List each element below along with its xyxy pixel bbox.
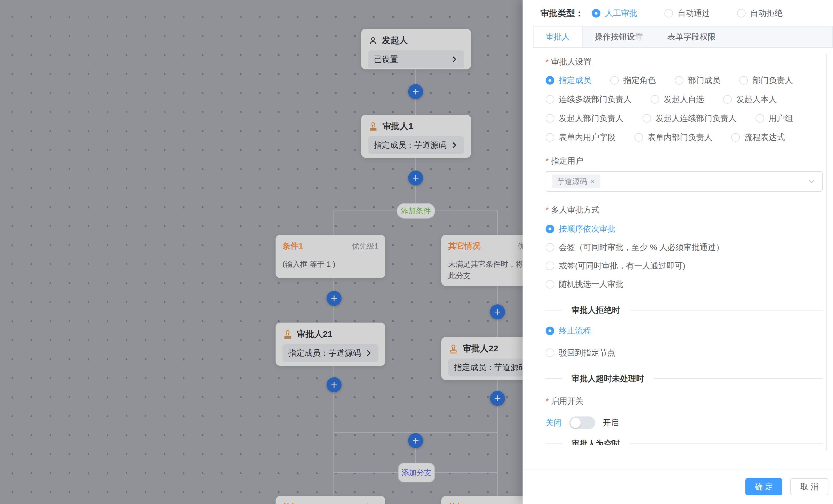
radio-user-group[interactable]: 用户组 (756, 113, 793, 124)
radio-icon (731, 133, 740, 142)
radio-starter-select[interactable]: 发起人自选 (650, 94, 704, 105)
radio-terminate-process[interactable]: 终止流程 (546, 325, 823, 336)
radio-designated-member[interactable]: 指定成员 (546, 75, 591, 86)
radio-icon (664, 9, 673, 18)
approval-type-label: 审批类型： (541, 7, 584, 19)
radio-icon (675, 76, 684, 85)
approval-type-row: 审批类型： 人工审批 自动通过 自动拒绝 (523, 0, 833, 20)
radio-starter-self[interactable]: 发起人本人 (723, 94, 777, 105)
radio-icon (723, 95, 732, 104)
radio-icon (642, 114, 651, 123)
assigned-user-select[interactable]: 芋道源码 × (546, 171, 823, 192)
assigned-user-label: 指定用户 (546, 155, 823, 167)
timeout-switch-row: 关闭 开启 (546, 415, 823, 431)
radio-icon (756, 114, 764, 123)
approver-setting-row4: 表单内用户字段 表单内部门负责人 流程表达式 (546, 132, 823, 143)
confirm-button[interactable]: 确 定 (745, 478, 782, 495)
radio-icon (546, 133, 554, 142)
radio-auto-reject[interactable]: 自动拒绝 (737, 8, 783, 19)
radio-multi-level-dept-leader[interactable]: 连续多级部门负责人 (546, 94, 632, 105)
timeout-section-divider: 审批人超时未处理时 (546, 373, 823, 384)
cancel-button[interactable]: 取 消 (790, 478, 828, 495)
radio-icon (546, 261, 554, 270)
radio-form-dept-leader[interactable]: 表单内部门负责人 (635, 132, 712, 143)
radio-countersign[interactable]: 会签（可同时审批，至少 % 人必须审批通过） (546, 242, 823, 253)
scrollbar-track[interactable] (826, 54, 827, 450)
switch-on-label: 开启 (603, 417, 619, 428)
approver-setting-row2: 连续多级部门负责人 发起人自选 发起人本人 (546, 94, 823, 105)
approver-setting-label: 审批人设置 (546, 56, 823, 68)
switch-off-label: 关闭 (546, 417, 562, 428)
approver-setting-row3: 发起人部门负责人 发起人连续部门负责人 用户组 (546, 113, 823, 124)
radio-designated-role[interactable]: 指定角色 (610, 75, 656, 86)
tab-button-settings[interactable]: 操作按钮设置 (582, 26, 655, 47)
remove-tag-icon[interactable]: × (591, 177, 595, 186)
radio-starter-dept-leader[interactable]: 发起人部门负责人 (546, 113, 623, 124)
reject-section-title: 审批人拒绝时 (572, 305, 620, 316)
multi-approve-label: 多人审批方式 (546, 204, 823, 216)
radio-auto-approve[interactable]: 自动通过 (664, 8, 710, 19)
radio-dept-leader[interactable]: 部门负责人 (739, 75, 793, 86)
radio-process-expression[interactable]: 流程表达式 (731, 132, 785, 143)
settings-scroll-area[interactable]: 审批人设置 指定成员 指定角色 部门成员 部门负责人 连续多级部门负责人 发起人… (546, 48, 823, 445)
reject-section-divider: 审批人拒绝时 (546, 305, 823, 316)
radio-form-user-field[interactable]: 表单内用户字段 (546, 132, 615, 143)
radio-icon (610, 76, 619, 85)
chevron-down-icon (807, 177, 816, 186)
drawer-footer: 确 定 取 消 (523, 469, 833, 504)
radio-icon (546, 95, 554, 104)
user-tag: 芋道源码 × (552, 175, 600, 188)
radio-manual-approval[interactable]: 人工审批 (592, 8, 637, 19)
empty-approver-title: 审批人为空时 (572, 438, 620, 445)
approval-node-settings-drawer: 审批类型： 人工审批 自动通过 自动拒绝 审批人 操作按钮设置 表单字段权限 (523, 0, 833, 504)
radio-icon (546, 114, 554, 123)
workflow-designer-screen: 发起人 已设置 + 审批人1 指定成员：芋道源码 + (0, 0, 833, 504)
toggle-knob (570, 418, 581, 428)
radio-dept-member[interactable]: 部门成员 (675, 75, 720, 86)
settings-tabs: 审批人 操作按钮设置 表单字段权限 (533, 26, 833, 48)
radio-icon (635, 133, 643, 142)
empty-approver-divider: 审批人为空时 (546, 438, 823, 445)
radio-return-to-node[interactable]: 驳回到指定节点 (546, 347, 823, 358)
tab-approver[interactable]: 审批人 (533, 26, 582, 47)
modal-overlay[interactable] (0, 0, 523, 504)
approver-setting-row1: 指定成员 指定角色 部门成员 部门负责人 (546, 75, 823, 86)
radio-icon (739, 76, 748, 85)
radio-icon (592, 9, 600, 18)
radio-icon (546, 243, 554, 252)
radio-icon (546, 280, 554, 288)
radio-icon (546, 349, 554, 357)
radio-sequential-approve[interactable]: 按顺序依次审批 (546, 224, 823, 234)
tab-form-field-permission[interactable]: 表单字段权限 (655, 26, 728, 47)
radio-icon (546, 327, 554, 335)
radio-random-one[interactable]: 随机挑选一人审批 (546, 279, 823, 290)
radio-icon (546, 76, 554, 85)
timeout-section-title: 审批人超时未处理时 (572, 373, 644, 384)
radio-icon (650, 95, 659, 104)
radio-icon (737, 9, 746, 18)
radio-starter-multi-dept-leader[interactable]: 发起人连续部门负责人 (642, 113, 736, 124)
radio-or-sign[interactable]: 或签(可同时审批，有一人通过即可) (546, 260, 823, 271)
enable-switch-label: 启用开关 (546, 396, 823, 407)
radio-icon (546, 225, 554, 233)
user-tag-name: 芋道源码 (557, 177, 587, 186)
timeout-toggle[interactable] (569, 417, 595, 429)
